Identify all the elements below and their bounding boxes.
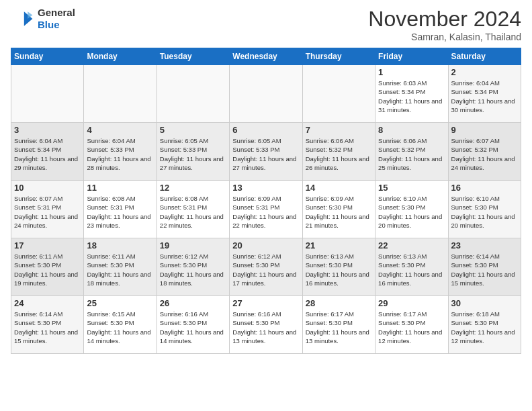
day-cell: 1Sunrise: 6:03 AM Sunset: 5:34 PM Daylig… <box>375 65 448 123</box>
day-cell: 27Sunrise: 6:16 AM Sunset: 5:30 PM Dayli… <box>230 296 302 354</box>
day-info: Sunrise: 6:04 AM Sunset: 5:34 PM Dayligh… <box>451 79 518 114</box>
col-friday: Friday <box>375 48 448 65</box>
day-info: Sunrise: 6:11 AM Sunset: 5:30 PM Dayligh… <box>87 252 153 287</box>
day-cell: 23Sunrise: 6:14 AM Sunset: 5:30 PM Dayli… <box>448 238 521 296</box>
day-number: 25 <box>87 298 153 308</box>
day-info: Sunrise: 6:03 AM Sunset: 5:34 PM Dayligh… <box>378 79 445 114</box>
day-info: Sunrise: 6:09 AM Sunset: 5:31 PM Dayligh… <box>232 194 299 230</box>
day-number: 28 <box>306 298 372 308</box>
day-info: Sunrise: 6:15 AM Sunset: 5:30 PM Dayligh… <box>87 310 153 345</box>
day-cell: 25Sunrise: 6:15 AM Sunset: 5:30 PM Dayli… <box>84 296 157 354</box>
day-cell: 24Sunrise: 6:14 AM Sunset: 5:30 PM Dayli… <box>11 296 84 354</box>
day-info: Sunrise: 6:09 AM Sunset: 5:30 PM Dayligh… <box>306 194 372 230</box>
day-number: 20 <box>232 240 299 250</box>
day-cell: 2Sunrise: 6:04 AM Sunset: 5:34 PM Daylig… <box>448 65 521 123</box>
day-info: Sunrise: 6:08 AM Sunset: 5:31 PM Dayligh… <box>87 194 153 230</box>
col-thursday: Thursday <box>302 48 375 65</box>
day-info: Sunrise: 6:13 AM Sunset: 5:30 PM Dayligh… <box>306 252 372 287</box>
day-cell: 3Sunrise: 6:04 AM Sunset: 5:34 PM Daylig… <box>11 123 84 181</box>
day-number: 5 <box>160 125 226 135</box>
day-info: Sunrise: 6:12 AM Sunset: 5:30 PM Dayligh… <box>160 252 226 287</box>
day-number: 24 <box>14 298 81 308</box>
day-cell: 22Sunrise: 6:13 AM Sunset: 5:30 PM Dayli… <box>375 238 448 296</box>
day-cell: 14Sunrise: 6:09 AM Sunset: 5:30 PM Dayli… <box>302 181 375 238</box>
day-cell: 6Sunrise: 6:05 AM Sunset: 5:33 PM Daylig… <box>230 123 302 181</box>
logo-icon <box>11 7 35 31</box>
day-number: 6 <box>232 125 299 135</box>
day-number: 14 <box>306 183 372 193</box>
day-info: Sunrise: 6:16 AM Sunset: 5:30 PM Dayligh… <box>232 310 299 345</box>
day-number: 3 <box>14 125 81 135</box>
logo: General Blue <box>11 7 75 31</box>
day-number: 17 <box>14 240 81 250</box>
day-info: Sunrise: 6:17 AM Sunset: 5:30 PM Dayligh… <box>378 310 445 345</box>
day-info: Sunrise: 6:04 AM Sunset: 5:33 PM Dayligh… <box>87 136 153 172</box>
day-number: 23 <box>451 240 518 250</box>
day-cell <box>84 65 157 123</box>
day-cell <box>302 65 375 123</box>
day-cell: 28Sunrise: 6:17 AM Sunset: 5:30 PM Dayli… <box>302 296 375 354</box>
page: General Blue November 2024 Samran, Kalas… <box>0 0 532 361</box>
week-row-4: 17Sunrise: 6:11 AM Sunset: 5:30 PM Dayli… <box>11 238 521 296</box>
col-wednesday: Wednesday <box>230 48 302 65</box>
day-number: 27 <box>232 298 299 308</box>
day-cell: 10Sunrise: 6:07 AM Sunset: 5:31 PM Dayli… <box>11 181 84 238</box>
week-row-5: 24Sunrise: 6:14 AM Sunset: 5:30 PM Dayli… <box>11 296 521 354</box>
day-number: 10 <box>14 183 81 193</box>
col-sunday: Sunday <box>11 48 84 65</box>
day-info: Sunrise: 6:14 AM Sunset: 5:30 PM Dayligh… <box>451 252 518 287</box>
day-cell: 8Sunrise: 6:06 AM Sunset: 5:32 PM Daylig… <box>375 123 448 181</box>
day-cell <box>230 65 302 123</box>
day-number: 18 <box>87 240 153 250</box>
logo-blue: Blue <box>38 19 60 30</box>
day-info: Sunrise: 6:13 AM Sunset: 5:30 PM Dayligh… <box>378 252 445 287</box>
day-cell: 13Sunrise: 6:09 AM Sunset: 5:31 PM Dayli… <box>230 181 302 238</box>
day-number: 19 <box>160 240 226 250</box>
week-row-2: 3Sunrise: 6:04 AM Sunset: 5:34 PM Daylig… <box>11 123 521 181</box>
day-info: Sunrise: 6:04 AM Sunset: 5:34 PM Dayligh… <box>14 136 81 172</box>
title-block: November 2024 Samran, Kalasin, Thailand <box>368 7 521 42</box>
day-info: Sunrise: 6:06 AM Sunset: 5:32 PM Dayligh… <box>306 136 372 172</box>
day-number: 29 <box>378 298 445 308</box>
day-cell: 19Sunrise: 6:12 AM Sunset: 5:30 PM Dayli… <box>157 238 229 296</box>
logo-general: General <box>38 7 75 18</box>
month-title: November 2024 <box>368 7 521 32</box>
day-info: Sunrise: 6:11 AM Sunset: 5:30 PM Dayligh… <box>14 252 81 287</box>
day-number: 12 <box>160 183 226 193</box>
day-cell: 4Sunrise: 6:04 AM Sunset: 5:33 PM Daylig… <box>84 123 157 181</box>
day-cell: 15Sunrise: 6:10 AM Sunset: 5:30 PM Dayli… <box>375 181 448 238</box>
day-cell: 29Sunrise: 6:17 AM Sunset: 5:30 PM Dayli… <box>375 296 448 354</box>
header: General Blue November 2024 Samran, Kalas… <box>11 7 521 42</box>
day-number: 13 <box>232 183 299 193</box>
day-number: 4 <box>87 125 153 135</box>
day-cell: 5Sunrise: 6:05 AM Sunset: 5:33 PM Daylig… <box>157 123 229 181</box>
day-number: 30 <box>451 298 518 308</box>
day-cell <box>11 65 84 123</box>
day-cell: 20Sunrise: 6:12 AM Sunset: 5:30 PM Dayli… <box>230 238 302 296</box>
day-info: Sunrise: 6:06 AM Sunset: 5:32 PM Dayligh… <box>378 136 445 172</box>
day-info: Sunrise: 6:10 AM Sunset: 5:30 PM Dayligh… <box>378 194 445 230</box>
day-cell: 17Sunrise: 6:11 AM Sunset: 5:30 PM Dayli… <box>11 238 84 296</box>
day-cell: 26Sunrise: 6:16 AM Sunset: 5:30 PM Dayli… <box>157 296 229 354</box>
day-info: Sunrise: 6:18 AM Sunset: 5:30 PM Dayligh… <box>451 310 518 345</box>
day-info: Sunrise: 6:12 AM Sunset: 5:30 PM Dayligh… <box>232 252 299 287</box>
day-number: 22 <box>378 240 445 250</box>
day-number: 2 <box>451 67 518 77</box>
day-info: Sunrise: 6:05 AM Sunset: 5:33 PM Dayligh… <box>160 136 226 172</box>
day-cell: 30Sunrise: 6:18 AM Sunset: 5:30 PM Dayli… <box>448 296 521 354</box>
day-cell: 21Sunrise: 6:13 AM Sunset: 5:30 PM Dayli… <box>302 238 375 296</box>
day-cell: 7Sunrise: 6:06 AM Sunset: 5:32 PM Daylig… <box>302 123 375 181</box>
day-info: Sunrise: 6:17 AM Sunset: 5:30 PM Dayligh… <box>306 310 372 345</box>
col-tuesday: Tuesday <box>157 48 229 65</box>
logo-text: General Blue <box>38 7 75 31</box>
day-info: Sunrise: 6:07 AM Sunset: 5:31 PM Dayligh… <box>14 194 81 230</box>
day-number: 9 <box>451 125 518 135</box>
day-cell: 11Sunrise: 6:08 AM Sunset: 5:31 PM Dayli… <box>84 181 157 238</box>
day-info: Sunrise: 6:05 AM Sunset: 5:33 PM Dayligh… <box>232 136 299 172</box>
day-info: Sunrise: 6:10 AM Sunset: 5:30 PM Dayligh… <box>451 194 518 230</box>
day-cell <box>157 65 229 123</box>
day-number: 1 <box>378 67 445 77</box>
day-number: 16 <box>451 183 518 193</box>
day-number: 11 <box>87 183 153 193</box>
day-number: 15 <box>378 183 445 193</box>
